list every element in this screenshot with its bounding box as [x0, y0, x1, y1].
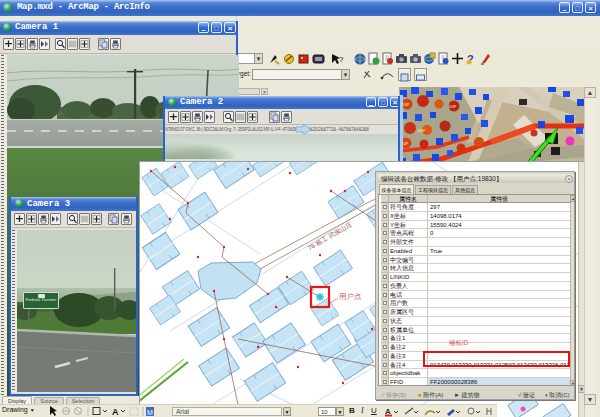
svg-text:76 栋工 武侯山庄: 76 栋工 武侯山庄 [306, 220, 354, 252]
svg-text:A: A [112, 407, 119, 417]
svg-text:用户点: 用户点 [339, 292, 362, 301]
svg-text:110P: 110P [417, 129, 426, 133]
svg-text:110P: 110P [448, 105, 457, 109]
svg-text:M: M [147, 409, 153, 416]
svg-text:?: ? [339, 55, 344, 64]
